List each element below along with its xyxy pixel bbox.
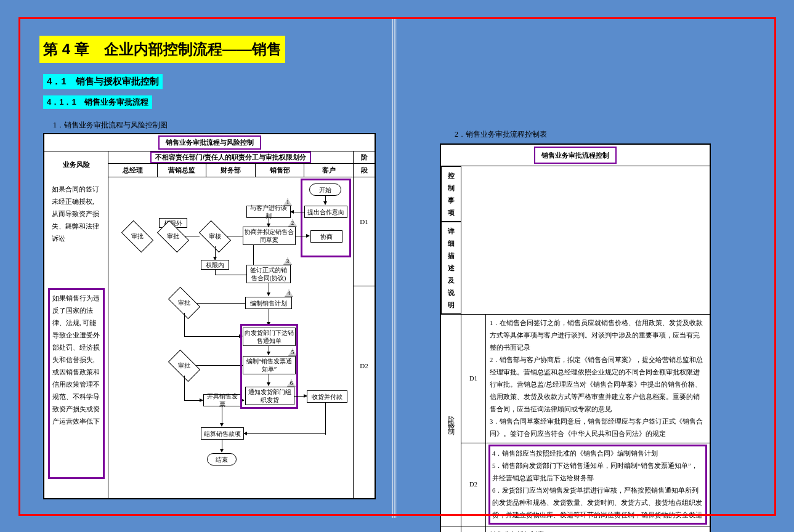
risk-column: 如果合同的签订未经正确授权, 从而导致资产损失、舞弊和法律诉讼 如果销售行为违反…	[44, 177, 108, 498]
control-table-title: 销售业务审批流程控制	[534, 147, 617, 164]
node-approve-1-label: 审批	[119, 232, 156, 241]
should-item-1: 销售业务授权制度	[490, 529, 706, 532]
left-page: 第 4 章 企业内部控制流程——销售 4．1 销售与授权审批控制 4．1．1 销…	[22, 21, 389, 514]
arrow	[184, 313, 185, 336]
col-sales: 销售部	[256, 164, 305, 177]
control-table: 销售业务审批流程控制 控制事项 详细描述及说明 阶段控制 D1 1．在销售合同签…	[440, 143, 711, 532]
badge-2: 2	[288, 219, 297, 227]
risk-header: 业务风险	[44, 151, 108, 177]
dept-header-text: 不相容责任部门/责任人的职责分工与审批权限划分	[150, 151, 311, 163]
viewport: 第 4 章 企业内部控制流程——销售 4．1 销售与授权审批控制 4．1．1 销…	[0, 0, 794, 532]
arrow	[325, 196, 326, 204]
right-page: 2．销售业务审批流程控制表 销售业务审批流程控制 控制事项 详细描述及说明 阶段…	[400, 21, 768, 514]
figure-caption: 1．销售业务审批流程与风险控制图	[53, 120, 372, 131]
page-gutter	[392, 17, 397, 518]
col-fin: 财务部	[206, 164, 256, 177]
section-title: 4．1 销售与授权审批控制	[43, 74, 163, 89]
node-contract-doc: 协商	[310, 230, 342, 243]
arrow	[269, 346, 269, 355]
node-settle-bill: 编制“销售发票通知单”	[243, 356, 296, 374]
arrow	[296, 236, 309, 236]
d2-cell: 4．销售部应当按照经批准的《销售合同》编制销售计划 5．销售部向发货部门下达销售…	[486, 443, 711, 526]
phase-control-label: 阶段控制	[440, 315, 461, 526]
phase-control-label-text: 阶段控制	[445, 411, 457, 426]
arrow	[215, 270, 216, 275]
badge-5: 5	[288, 349, 297, 356]
phase-column: D1 D2	[354, 177, 375, 498]
badge-6: 6	[287, 379, 296, 387]
table-caption: 2．销售业务审批流程控制表	[455, 129, 750, 140]
flowchart-title-row: 销售业务审批流程与风险控制	[44, 134, 375, 151]
should-items: 销售业务授权制度 销售业务审核批准制度 销售合同协议审批制度	[486, 526, 711, 533]
node-invoice: 开具销售发票	[203, 394, 241, 406]
flowchart-container: 销售业务审批流程与风险控制 业务风险 不相容责任部门/责任人的职责分工与审批权限…	[43, 133, 376, 499]
flowchart-drawing: 开始 提出合作意向 与客户进行谈判 1 协商并拟定销售合同草案 2 协商	[108, 177, 354, 498]
node-review-label: 审核	[196, 232, 233, 241]
header-row-2: 业务风险 不相容责任部门/责任人的职责分工与审批权限划分 阶	[44, 151, 375, 164]
arrow	[222, 440, 222, 452]
arrow	[325, 403, 326, 435]
col-mktg: 营销总监	[158, 164, 207, 177]
arrow	[215, 246, 216, 260]
flowchart-title: 销售业务审批流程与风险控制	[158, 135, 261, 150]
arrow	[291, 212, 304, 212]
node-org-ship: 通知发货部门组织发货	[245, 387, 294, 405]
control-table-title-cell: 销售业务审批流程控制	[440, 144, 710, 166]
node-negotiate: 与客户进行谈判	[246, 206, 291, 218]
node-draft: 协商并拟定销售合同草案	[243, 227, 296, 245]
label-in-limit: 权限内	[201, 260, 229, 270]
phase-d1: D1	[354, 218, 375, 225]
node-approve-1: 审批	[121, 220, 153, 252]
phase-header-bottom: 段	[354, 164, 375, 177]
arrow	[184, 376, 185, 400]
phase-d2: D2	[354, 362, 375, 369]
node-start: 开始	[309, 183, 341, 196]
col-gm: 总经理	[108, 164, 158, 177]
node-plan: 编制销售计划	[245, 297, 292, 309]
phase-divider	[354, 286, 375, 286]
risk-text-2: 如果销售行为违反了国家的法律、法规, 可能导致企业遭受外部处罚、经济损失和信誉损…	[48, 288, 105, 479]
node-approve-3-label: 审批	[166, 361, 203, 370]
phase-header-top: 阶	[354, 151, 375, 163]
d1-text: 1．在销售合同签订之前，销售员应就销售价格、信用政策、发货及收款方式等具体事项与…	[486, 315, 711, 443]
column-headers: 总经理 营销总监 财务部 销售部 客户	[108, 164, 354, 177]
node-sign: 签订正式的销售合同(协议)	[246, 265, 291, 283]
subsection-title: 4．1．1 销售业务审批流程	[43, 95, 152, 109]
should-label: 应建规范	[461, 526, 486, 533]
arrow	[294, 396, 307, 397]
desc-header: 详细描述及说明	[441, 222, 461, 314]
arrow	[269, 283, 269, 296]
control-item-header: 控制事项	[441, 166, 461, 222]
d2-text: 4．销售部应当按照经批准的《销售合同》编制销售计划 5．销售部向发货部门下达销售…	[488, 445, 707, 525]
node-approve-2-label: 审批	[166, 299, 203, 307]
badge-1: 1	[283, 198, 292, 206]
badge-3: 3	[283, 257, 292, 265]
risk-text-1: 如果合同的签订未经正确授权, 从而导致资产损失、舞弊和法律诉讼	[48, 180, 105, 259]
dept-header: 不相容责任部门/责任人的职责分工与审批权限划分	[108, 151, 354, 163]
node-intent: 提出合作意向	[304, 206, 347, 218]
d1-code: D1	[461, 315, 486, 443]
badge-4: 4	[285, 289, 293, 297]
chapter-title: 第 4 章 企业内部控制流程——销售	[39, 36, 285, 63]
node-settle: 结算销售款项	[201, 427, 244, 440]
arrow	[184, 336, 242, 337]
flowchart-body: 如果合同的签订未经正确授权, 从而导致资产损失、舞弊和法律诉讼 如果销售行为违反…	[44, 177, 375, 498]
arrow	[269, 309, 269, 325]
arrow	[241, 400, 244, 401]
node-receive-pay: 收货并付款	[307, 390, 347, 403]
arrow	[184, 400, 203, 401]
arrow	[269, 374, 269, 385]
d2-code: D2	[461, 443, 486, 526]
node-notify-ship: 向发货部门下达销售通知单	[243, 328, 296, 346]
arrow	[244, 433, 325, 434]
col-cust: 客户	[304, 164, 353, 177]
node-approve-1b-label: 审批	[155, 232, 192, 241]
related-label: 相关规范	[440, 526, 461, 533]
arrow	[269, 218, 269, 227]
node-end: 结束	[207, 453, 237, 465]
arrow	[222, 406, 222, 426]
